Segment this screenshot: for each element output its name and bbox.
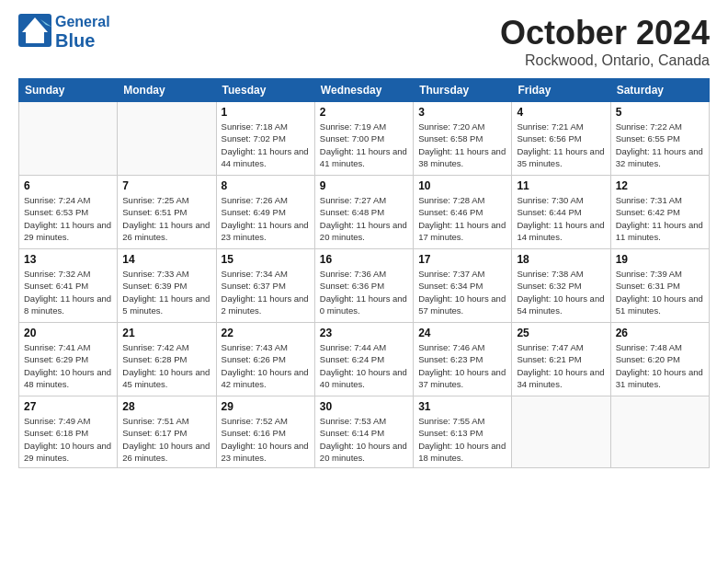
day-detail: Sunrise: 7:41 AM Sunset: 6:29 PM Dayligh…: [24, 341, 112, 390]
day-number: 4: [517, 106, 605, 119]
day-detail: Sunrise: 7:32 AM Sunset: 6:41 PM Dayligh…: [24, 268, 112, 316]
day-detail: Sunrise: 7:27 AM Sunset: 6:48 PM Dayligh…: [320, 194, 408, 243]
calendar-cell: 20Sunrise: 7:41 AM Sunset: 6:29 PM Dayli…: [19, 323, 118, 396]
calendar-cell: 31Sunrise: 7:55 AM Sunset: 6:13 PM Dayli…: [414, 396, 512, 468]
day-number: 21: [122, 327, 210, 339]
weekday-header-friday: Friday: [512, 79, 610, 102]
calendar-cell: 28Sunrise: 7:51 AM Sunset: 6:17 PM Dayli…: [118, 396, 216, 468]
calendar-cell: 22Sunrise: 7:43 AM Sunset: 6:26 PM Dayli…: [216, 323, 314, 396]
day-detail: Sunrise: 7:53 AM Sunset: 6:14 PM Dayligh…: [320, 415, 408, 464]
day-detail: Sunrise: 7:43 AM Sunset: 6:26 PM Dayligh…: [222, 341, 310, 390]
calendar-cell: 25Sunrise: 7:47 AM Sunset: 6:21 PM Dayli…: [512, 323, 610, 396]
day-number: 7: [122, 179, 210, 192]
title-block: October 2024 Rockwood, Ontario, Canada: [500, 14, 710, 69]
calendar-cell: 12Sunrise: 7:31 AM Sunset: 6:42 PM Dayli…: [610, 176, 709, 249]
logo-icon: [18, 14, 51, 47]
day-number: 1: [222, 106, 310, 119]
calendar-cell: 19Sunrise: 7:39 AM Sunset: 6:31 PM Dayli…: [610, 249, 709, 323]
calendar-cell: 21Sunrise: 7:42 AM Sunset: 6:28 PM Dayli…: [118, 323, 216, 396]
calendar-cell: 26Sunrise: 7:48 AM Sunset: 6:20 PM Dayli…: [610, 323, 709, 396]
day-detail: Sunrise: 7:49 AM Sunset: 6:18 PM Dayligh…: [24, 415, 112, 464]
day-number: 31: [418, 400, 506, 413]
day-number: 12: [616, 179, 704, 192]
day-detail: Sunrise: 7:46 AM Sunset: 6:23 PM Dayligh…: [418, 341, 506, 390]
calendar-cell: 1Sunrise: 7:18 AM Sunset: 7:02 PM Daylig…: [216, 102, 314, 176]
day-detail: Sunrise: 7:47 AM Sunset: 6:21 PM Dayligh…: [517, 341, 605, 390]
day-detail: Sunrise: 7:42 AM Sunset: 6:28 PM Dayligh…: [122, 341, 210, 390]
calendar-cell: 10Sunrise: 7:28 AM Sunset: 6:46 PM Dayli…: [414, 176, 512, 249]
weekday-header-monday: Monday: [118, 79, 216, 102]
calendar-cell: 13Sunrise: 7:32 AM Sunset: 6:41 PM Dayli…: [19, 249, 118, 323]
calendar-cell: 11Sunrise: 7:30 AM Sunset: 6:44 PM Dayli…: [512, 176, 610, 249]
day-number: 5: [616, 106, 704, 119]
calendar-cell: 14Sunrise: 7:33 AM Sunset: 6:39 PM Dayli…: [118, 249, 216, 323]
calendar-cell: 29Sunrise: 7:52 AM Sunset: 6:16 PM Dayli…: [216, 396, 314, 468]
day-number: 15: [222, 253, 310, 266]
calendar-cell: 3Sunrise: 7:20 AM Sunset: 6:58 PM Daylig…: [414, 102, 512, 176]
weekday-header-thursday: Thursday: [414, 79, 512, 102]
calendar-cell: [19, 102, 118, 176]
weekday-header-sunday: Sunday: [19, 79, 118, 102]
day-detail: Sunrise: 7:20 AM Sunset: 6:58 PM Dayligh…: [418, 121, 506, 169]
day-detail: Sunrise: 7:24 AM Sunset: 6:53 PM Dayligh…: [24, 194, 112, 243]
calendar-cell: 18Sunrise: 7:38 AM Sunset: 6:32 PM Dayli…: [512, 249, 610, 323]
day-number: 8: [222, 179, 310, 192]
calendar-week-3: 13Sunrise: 7:32 AM Sunset: 6:41 PM Dayli…: [19, 249, 710, 323]
calendar-week-4: 20Sunrise: 7:41 AM Sunset: 6:29 PM Dayli…: [19, 323, 710, 396]
calendar-cell: 5Sunrise: 7:22 AM Sunset: 6:55 PM Daylig…: [610, 102, 709, 176]
day-detail: Sunrise: 7:18 AM Sunset: 7:02 PM Dayligh…: [222, 121, 310, 169]
day-number: 27: [24, 400, 112, 413]
calendar-title: October 2024: [500, 14, 710, 52]
day-detail: Sunrise: 7:36 AM Sunset: 6:36 PM Dayligh…: [320, 268, 408, 316]
calendar-cell: [118, 102, 216, 176]
day-number: 29: [222, 400, 310, 413]
weekday-header-tuesday: Tuesday: [216, 79, 314, 102]
day-number: 6: [24, 179, 112, 192]
calendar-table: SundayMondayTuesdayWednesdayThursdayFrid…: [18, 78, 710, 468]
day-number: 18: [517, 253, 605, 266]
day-detail: Sunrise: 7:34 AM Sunset: 6:37 PM Dayligh…: [222, 268, 310, 316]
day-detail: Sunrise: 7:22 AM Sunset: 6:55 PM Dayligh…: [616, 121, 704, 169]
day-detail: Sunrise: 7:48 AM Sunset: 6:20 PM Dayligh…: [616, 341, 704, 390]
logo-text: General Blue: [55, 14, 110, 51]
calendar-cell: 6Sunrise: 7:24 AM Sunset: 6:53 PM Daylig…: [19, 176, 118, 249]
day-number: 10: [418, 179, 506, 192]
logo: General Blue: [18, 14, 110, 51]
calendar-cell: 16Sunrise: 7:36 AM Sunset: 6:36 PM Dayli…: [314, 249, 413, 323]
day-number: 16: [320, 253, 408, 266]
calendar-cell: 23Sunrise: 7:44 AM Sunset: 6:24 PM Dayli…: [314, 323, 413, 396]
calendar-week-5: 27Sunrise: 7:49 AM Sunset: 6:18 PM Dayli…: [19, 396, 710, 468]
day-number: 30: [320, 400, 408, 413]
day-detail: Sunrise: 7:39 AM Sunset: 6:31 PM Dayligh…: [616, 268, 704, 316]
calendar-cell: 7Sunrise: 7:25 AM Sunset: 6:51 PM Daylig…: [118, 176, 216, 249]
day-number: 23: [320, 327, 408, 339]
day-number: 26: [616, 327, 704, 339]
day-number: 19: [616, 253, 704, 266]
calendar-cell: 2Sunrise: 7:19 AM Sunset: 7:00 PM Daylig…: [314, 102, 413, 176]
calendar-week-1: 1Sunrise: 7:18 AM Sunset: 7:02 PM Daylig…: [19, 102, 710, 176]
weekday-header-row: SundayMondayTuesdayWednesdayThursdayFrid…: [19, 79, 710, 102]
day-number: 25: [517, 327, 605, 339]
weekday-header-saturday: Saturday: [610, 79, 709, 102]
day-number: 2: [320, 106, 408, 119]
day-number: 24: [418, 327, 506, 339]
weekday-header-wednesday: Wednesday: [314, 79, 413, 102]
day-detail: Sunrise: 7:51 AM Sunset: 6:17 PM Dayligh…: [122, 415, 210, 464]
calendar-cell: 17Sunrise: 7:37 AM Sunset: 6:34 PM Dayli…: [414, 249, 512, 323]
day-detail: Sunrise: 7:19 AM Sunset: 7:00 PM Dayligh…: [320, 121, 408, 169]
calendar-cell: 30Sunrise: 7:53 AM Sunset: 6:14 PM Dayli…: [314, 396, 413, 468]
calendar-cell: [610, 396, 709, 468]
header: General Blue October 2024 Rockwood, Onta…: [18, 14, 710, 69]
day-detail: Sunrise: 7:31 AM Sunset: 6:42 PM Dayligh…: [616, 194, 704, 243]
day-detail: Sunrise: 7:55 AM Sunset: 6:13 PM Dayligh…: [418, 415, 506, 464]
day-detail: Sunrise: 7:21 AM Sunset: 6:56 PM Dayligh…: [517, 121, 605, 169]
day-detail: Sunrise: 7:26 AM Sunset: 6:49 PM Dayligh…: [222, 194, 310, 243]
day-number: 14: [122, 253, 210, 266]
day-number: 3: [418, 106, 506, 119]
calendar-week-2: 6Sunrise: 7:24 AM Sunset: 6:53 PM Daylig…: [19, 176, 710, 249]
logo-blue-text: Blue: [55, 30, 110, 51]
calendar-cell: 4Sunrise: 7:21 AM Sunset: 6:56 PM Daylig…: [512, 102, 610, 176]
day-detail: Sunrise: 7:28 AM Sunset: 6:46 PM Dayligh…: [418, 194, 506, 243]
calendar-cell: 8Sunrise: 7:26 AM Sunset: 6:49 PM Daylig…: [216, 176, 314, 249]
day-detail: Sunrise: 7:38 AM Sunset: 6:32 PM Dayligh…: [517, 268, 605, 316]
